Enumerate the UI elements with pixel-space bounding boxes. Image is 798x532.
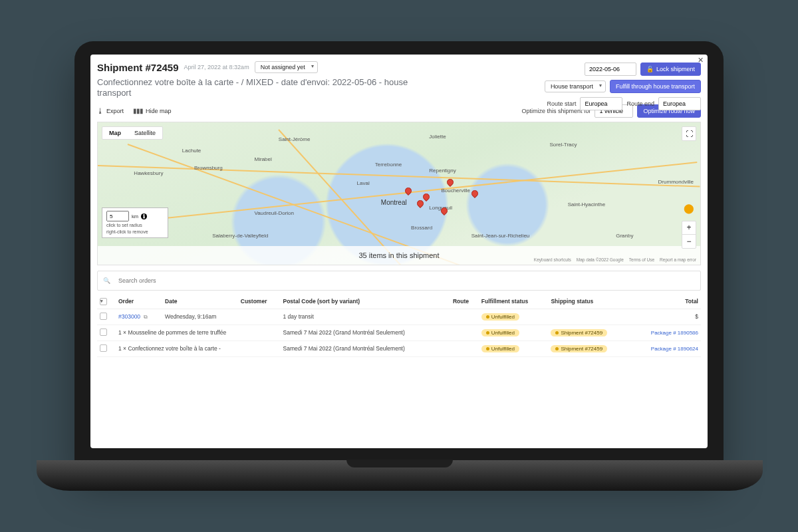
- col-date[interactable]: Date: [162, 295, 238, 309]
- map-city-terrebonne: Terrebonne: [375, 162, 402, 168]
- col-total[interactable]: Total: [630, 295, 701, 309]
- map-city-montreal: Montreal: [381, 199, 407, 206]
- cell-total: $: [630, 309, 701, 325]
- map-city-lachute: Lachute: [182, 148, 201, 154]
- map-zoom-controls: + −: [682, 221, 696, 249]
- search-input[interactable]: [114, 274, 695, 287]
- row-checkbox[interactable]: [100, 313, 107, 320]
- cell-customer: [238, 309, 281, 325]
- export-label: Export: [106, 108, 124, 114]
- radius-input[interactable]: [106, 211, 129, 221]
- hide-map-link[interactable]: Hide map: [133, 107, 172, 114]
- map-city-stjerome: Saint-Jérôme: [279, 136, 311, 142]
- map-city-laval: Laval: [357, 180, 370, 186]
- map-shortcuts[interactable]: Keyboard shortcuts: [534, 257, 571, 262]
- col-order[interactable]: Order: [116, 295, 162, 309]
- map-report[interactable]: Report a map error: [660, 257, 696, 262]
- select-all-checkbox[interactable]: [100, 298, 107, 305]
- col-postal[interactable]: Postal Code (sort by variant): [280, 295, 450, 309]
- copy-icon[interactable]: ⧉: [144, 314, 148, 320]
- col-route[interactable]: Route: [450, 295, 479, 309]
- map-city-granby: Granby: [616, 233, 633, 239]
- map-terms[interactable]: Terms of Use: [629, 257, 654, 262]
- created-timestamp: April 27, 2022 at 8:32am: [184, 64, 249, 70]
- map-city-repentigny: Repentigny: [429, 168, 456, 174]
- map-pin[interactable]: [470, 189, 479, 198]
- map-fullscreen-button[interactable]: ⛶: [682, 126, 696, 141]
- map-type-toggle: Map Satellite: [102, 126, 163, 140]
- radius-hint-2: right-click to remove: [106, 229, 164, 235]
- lock-shipment-button[interactable]: Lock shipment: [640, 63, 701, 76]
- map-attribution: Keyboard shortcuts Map data ©2022 Google…: [534, 257, 696, 262]
- map-pin[interactable]: [404, 186, 413, 196]
- route-end-label: Route end: [626, 100, 654, 107]
- search-orders-bar[interactable]: [97, 271, 701, 291]
- pegman-icon[interactable]: ⬤▲: [682, 201, 696, 215]
- route-start-label: Route start: [547, 100, 576, 107]
- cell-shipping: [548, 309, 630, 325]
- info-icon[interactable]: [141, 213, 147, 219]
- cell-postal: Samedi 7 Mai 2022 (Grand Montréal Seulem…: [280, 340, 450, 356]
- transport-select[interactable]: House transport: [545, 80, 606, 92]
- col-customer[interactable]: Customer: [238, 295, 281, 309]
- package-link[interactable]: Package # 1890624: [651, 346, 698, 352]
- cell-postal: 1 day transit: [280, 309, 450, 325]
- cell-postal: Samedi 7 Mai 2022 (Grand Montréal Seulem…: [280, 325, 450, 340]
- map-city-drummond: Drummondville: [658, 179, 694, 185]
- hide-map-label: Hide map: [146, 108, 172, 114]
- table-row: #303000 ⧉ Wednesday, 9:16am 1 day transi…: [97, 309, 701, 325]
- order-link[interactable]: #303000: [118, 313, 140, 320]
- row-checkbox[interactable]: [100, 329, 107, 336]
- shipping-badge: Shipment #72459: [551, 329, 607, 336]
- radius-control: km click to set radius right-click to re…: [102, 207, 168, 237]
- fulfillment-badge: Unfulfilled: [481, 345, 519, 352]
- map-pin[interactable]: [446, 178, 455, 187]
- export-link[interactable]: Export: [97, 107, 124, 114]
- page-title: Shipment #72459: [97, 62, 179, 73]
- package-link[interactable]: Package # 1890586: [651, 330, 698, 336]
- cell-route: [450, 309, 479, 325]
- map-icon: [133, 107, 143, 114]
- download-icon: [97, 107, 104, 114]
- search-icon: [103, 277, 110, 284]
- row-checkbox[interactable]: [100, 344, 107, 352]
- cell-route: [450, 340, 479, 356]
- map-city-boucherville: Boucherville: [441, 188, 470, 194]
- map-type-satellite[interactable]: Satellite: [128, 127, 162, 139]
- cell-lineitem: 1 × Confectionnez votre boîte à la carte…: [116, 340, 280, 356]
- cell-lineitem: 1 × Mousseline de pommes de terre truffé…: [116, 325, 280, 340]
- route-end-input[interactable]: [658, 97, 701, 110]
- map-type-map[interactable]: Map: [102, 127, 128, 139]
- page-subtitle: Confectionnez votre boîte à la carte - /…: [97, 77, 443, 99]
- cell-route: [450, 325, 479, 340]
- assignment-select[interactable]: Not assigned yet: [255, 61, 318, 73]
- map-zoom-out[interactable]: −: [682, 235, 696, 248]
- orders-table: Order Date Customer Postal Code (sort by…: [97, 295, 701, 357]
- map-zoom-in[interactable]: +: [682, 221, 696, 235]
- map-container[interactable]: Montreal Laval Longueuil Repentigny Bros…: [97, 122, 701, 265]
- table-row: 1 × Mousseline de pommes de terre truffé…: [97, 325, 701, 340]
- map-city-sorel: Sorel-Tracy: [550, 142, 577, 148]
- map-city-stjean: Saint-Jean-sur-Richelieu: [471, 233, 530, 239]
- unlock-icon: [646, 66, 654, 72]
- col-shipping[interactable]: Shipping status: [548, 295, 630, 309]
- shipping-badge: Shipment #72459: [551, 345, 607, 352]
- radius-unit: km: [132, 213, 138, 219]
- map-city-salaberry: Salaberry-de-Valleyfield: [212, 233, 268, 239]
- shipment-date-input[interactable]: [585, 63, 636, 76]
- map-pin[interactable]: [422, 192, 431, 201]
- map-city-brownsburg: Brownsburg: [194, 165, 223, 171]
- col-fulfillment[interactable]: Fulfillment status: [479, 295, 549, 309]
- map-data-label: Map data ©2022 Google: [577, 257, 624, 262]
- lock-shipment-label: Lock shipment: [656, 66, 695, 72]
- table-row: 1 × Confectionnez votre boîte à la carte…: [97, 340, 701, 356]
- map-pin[interactable]: [416, 199, 425, 208]
- map-city-vaudreuil: Vaudreuil-Dorion: [255, 210, 294, 216]
- map-city-hawkesbury: Hawkesbury: [134, 170, 163, 176]
- map-canvas[interactable]: Montreal Laval Longueuil Repentigny Bros…: [98, 122, 700, 265]
- map-city-joliette: Joliette: [429, 134, 446, 140]
- top-right-controls: Lock shipment House transport Fulfill th…: [545, 63, 701, 110]
- route-start-input[interactable]: [580, 97, 622, 110]
- fulfill-button[interactable]: Fulfill through house transport: [610, 80, 701, 93]
- map-city-brossard: Brossard: [411, 225, 432, 231]
